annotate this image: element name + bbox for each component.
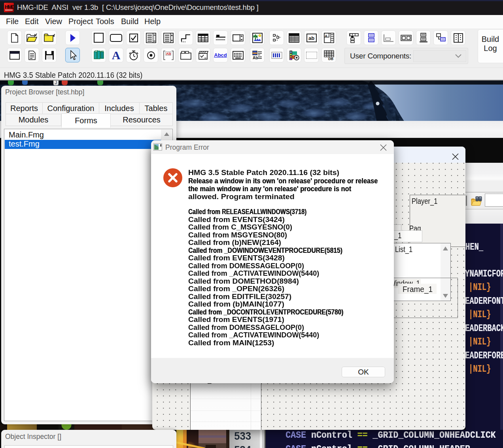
svg-text:Ab: Ab xyxy=(253,56,258,60)
svg-text:ab: ab xyxy=(308,35,314,41)
svg-text:DB: DB xyxy=(328,57,333,60)
svg-text:Ab: Ab xyxy=(166,52,171,56)
